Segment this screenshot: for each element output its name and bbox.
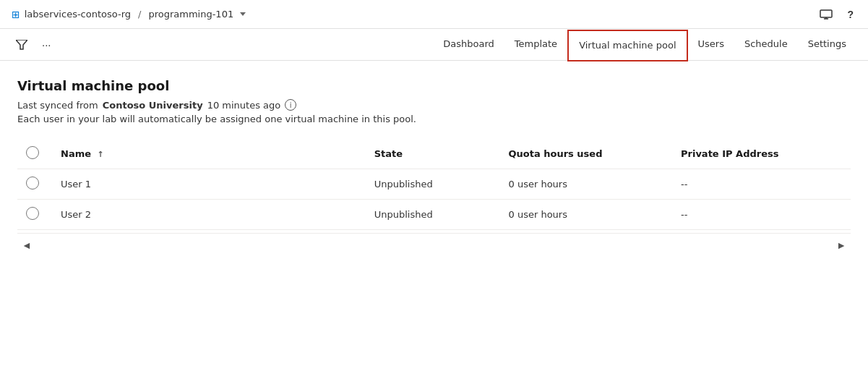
topbar-actions: ? [817, 6, 856, 23]
select-row-user1[interactable] [26, 176, 39, 190]
info-icon[interactable]: i [285, 99, 296, 111]
row-ip-user2: -- [672, 200, 851, 230]
lab-name: programming-101 [148, 9, 233, 20]
row-quota-user1: 0 user hours [500, 169, 672, 200]
row-state-user2: Unpublished [366, 200, 500, 230]
sync-suffix: 10 minutes ago [207, 100, 281, 111]
col-header-name[interactable]: Name ↑ [52, 139, 366, 169]
row-state-user1: Unpublished [366, 169, 500, 200]
sort-icon: ↑ [98, 150, 104, 159]
horizontal-scrollbar: ◄ ► [17, 233, 851, 257]
select-all-checkbox[interactable] [26, 146, 39, 159]
tab-users[interactable]: Users [688, 29, 734, 61]
navbar-toolbar: ··· [12, 35, 56, 54]
page-title: Virtual machine pool [17, 78, 851, 93]
help-button[interactable]: ? [844, 6, 856, 23]
navbar: ··· Dashboard Template Virtual machine p… [0, 29, 868, 61]
row-name-user1: User 1 [52, 169, 366, 200]
table-row: User 1 Unpublished 0 user hours -- [17, 169, 851, 200]
tab-template[interactable]: Template [504, 29, 567, 61]
tab-virtual-machine-pool[interactable]: Virtual machine pool [567, 30, 687, 61]
nav-tabs: Dashboard Template Virtual machine pool … [433, 29, 856, 61]
row-checkbox-user2[interactable] [17, 200, 52, 230]
tab-settings[interactable]: Settings [798, 29, 856, 61]
row-checkbox-user1[interactable] [17, 169, 52, 200]
col-header-checkbox [17, 139, 52, 169]
resource-group-link[interactable]: labservices-contoso-rg [25, 9, 131, 20]
sub-info-text: Each user in your lab will automatically… [17, 114, 851, 124]
sync-contoso: Contoso University [103, 100, 203, 111]
col-header-ip[interactable]: Private IP Address [672, 139, 851, 169]
chevron-down-icon[interactable] [240, 12, 246, 16]
ellipsis-icon: ··· [42, 38, 51, 51]
scroll-left-button[interactable]: ◄ [17, 238, 36, 252]
table-header: Name ↑ State Quota hours used Private IP… [17, 139, 851, 169]
main-content: Virtual machine pool Last synced from Co… [0, 61, 868, 366]
table-row: User 2 Unpublished 0 user hours -- [17, 200, 851, 230]
tab-schedule[interactable]: Schedule [734, 29, 798, 61]
help-icon: ? [847, 9, 854, 20]
sync-info: Last synced from Contoso University 10 m… [17, 99, 851, 111]
select-row-user2[interactable] [26, 207, 39, 220]
filter-button[interactable] [12, 37, 32, 53]
row-quota-user2: 0 user hours [500, 200, 672, 230]
col-header-state[interactable]: State [366, 139, 500, 169]
col-header-quota[interactable]: Quota hours used [500, 139, 672, 169]
sync-prefix: Last synced from [17, 100, 98, 111]
svg-marker-3 [16, 40, 27, 49]
azure-icon: ⊞ [12, 9, 20, 20]
monitor-button[interactable] [817, 7, 835, 22]
filter-icon [16, 40, 27, 50]
breadcrumb-separator: / [138, 9, 141, 20]
monitor-icon [820, 9, 833, 20]
breadcrumb: ⊞ labservices-contoso-rg / programming-1… [12, 9, 246, 20]
row-ip-user1: -- [672, 169, 851, 200]
svg-rect-0 [820, 10, 832, 17]
tab-dashboard[interactable]: Dashboard [433, 29, 504, 61]
topbar: ⊞ labservices-contoso-rg / programming-1… [0, 0, 868, 29]
row-name-user2: User 2 [52, 200, 366, 230]
more-actions-button[interactable]: ··· [38, 35, 56, 54]
vm-table: Name ↑ State Quota hours used Private IP… [17, 139, 851, 230]
table-body: User 1 Unpublished 0 user hours -- User … [17, 169, 851, 230]
scroll-right-button[interactable]: ► [832, 238, 851, 252]
